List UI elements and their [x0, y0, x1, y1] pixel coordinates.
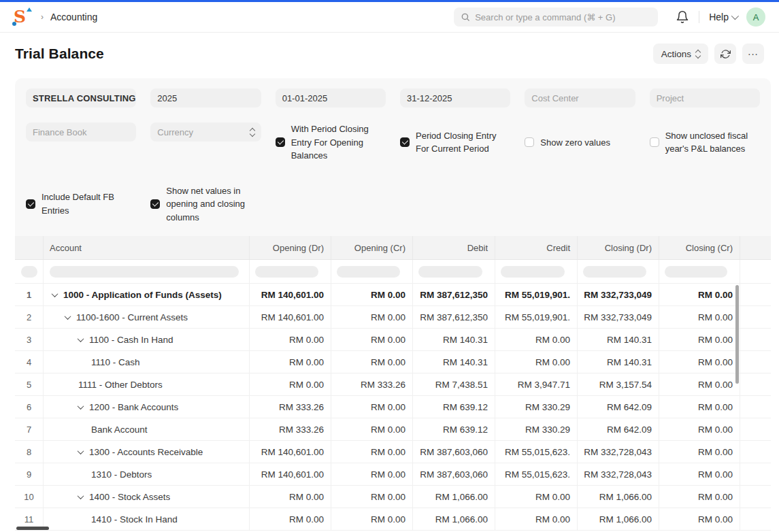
breadcrumb[interactable]: Accounting: [50, 12, 97, 22]
trial-balance-table: Account Opening (Dr) Opening (Cr) Debit …: [15, 236, 771, 531]
table-row[interactable]: 111410 - Stock In HandRM 0.00RM 0.00RM 1…: [15, 508, 771, 531]
table-header-row: Account Opening (Dr) Opening (Cr) Debit …: [15, 236, 771, 260]
header-closing-cr[interactable]: Closing (Cr): [659, 236, 740, 259]
column-filter-input[interactable]: [665, 266, 727, 278]
header-account[interactable]: Account: [44, 236, 250, 259]
table-row[interactable]: 41110 - CashRM 0.00RM 0.00RM 140.31RM 0.…: [15, 351, 771, 373]
checkbox[interactable]: [150, 199, 160, 209]
chevron-down-icon[interactable]: [78, 403, 84, 410]
chevron-down-icon[interactable]: [65, 313, 71, 320]
more-options-button[interactable]: ...: [742, 44, 764, 64]
app-logo[interactable]: S: [14, 7, 31, 27]
column-filter-input[interactable]: [583, 266, 646, 278]
row-number: 7: [15, 418, 44, 440]
amount-cell: RM 0.00: [659, 396, 740, 418]
logo-triangle: [27, 7, 32, 12]
checkbox[interactable]: [650, 137, 659, 147]
checkbox[interactable]: [400, 137, 410, 147]
account-cell[interactable]: 1111 - Other Debtors: [44, 373, 250, 395]
account-cell[interactable]: 1110 - Cash: [44, 351, 250, 373]
amount-cell: RM 1,066.00: [578, 486, 659, 508]
checkbox[interactable]: [525, 137, 534, 147]
chevron-down-icon[interactable]: [78, 448, 84, 454]
currency-filter[interactable]: Currency: [150, 122, 261, 142]
account-cell[interactable]: 1200 - Bank Accounts: [44, 396, 250, 418]
header-debit[interactable]: Debit: [413, 236, 495, 259]
header-opening-dr[interactable]: Opening (Dr): [250, 236, 331, 259]
vertical-scrollbar[interactable]: [735, 285, 739, 384]
table-row[interactable]: 11000 - Application of Funds (Assets)RM …: [15, 284, 771, 306]
account-cell[interactable]: 1310 - Debtors: [44, 463, 250, 485]
amount-cell: RM 0.00: [659, 463, 740, 485]
account-cell[interactable]: 1400 - Stock Assets: [44, 486, 250, 508]
logo-dot: [12, 22, 16, 26]
table-row[interactable]: 91310 - DebtorsRM 140,601.00RM 0.00RM 38…: [15, 463, 771, 486]
to-date-filter[interactable]: 31-12-2025: [400, 88, 510, 107]
table-row[interactable]: 81300 - Accounts ReceivableRM 140,601.00…: [15, 441, 771, 463]
column-filter-input[interactable]: [501, 266, 565, 278]
header-credit[interactable]: Credit: [495, 236, 578, 259]
trailing-cell: [740, 284, 771, 305]
checkbox[interactable]: [26, 199, 35, 209]
project-filter[interactable]: Project: [650, 88, 760, 107]
table-row[interactable]: 101400 - Stock AssetsRM 0.00RM 0.00RM 1,…: [15, 486, 771, 508]
account-cell[interactable]: 1100-1600 - Current Assets: [44, 306, 250, 328]
filter-checkbox-show-zero-values[interactable]: Show zero values: [525, 122, 635, 163]
filter-checkbox-include-default-fb[interactable]: Include Default FB Entries: [26, 184, 136, 225]
column-filter-input[interactable]: [50, 266, 239, 278]
finance-book-filter[interactable]: Finance Book: [26, 122, 136, 142]
column-filter-input[interactable]: [255, 266, 318, 278]
page-header: Trial Balance Actions ...: [0, 33, 779, 75]
table-row[interactable]: 51111 - Other DebtorsRM 0.00RM 333.26RM …: [15, 373, 771, 396]
filter-checkbox-period-closing-entry-current[interactable]: Period Closing Entry For Current Period: [400, 122, 510, 163]
amount-cell: RM 0.00: [331, 306, 413, 328]
cost-center-filter[interactable]: Cost Center: [525, 88, 635, 107]
account-cell[interactable]: 1410 - Stock In Hand: [44, 508, 250, 530]
horizontal-scrollbar[interactable]: [16, 527, 49, 530]
account-cell[interactable]: 1100 - Cash In Hand: [44, 329, 250, 350]
help-menu[interactable]: Help: [709, 12, 737, 22]
amount-cell: RM 7,438.51: [413, 373, 495, 395]
amount-cell: RM 330.29: [495, 396, 578, 418]
checkbox[interactable]: [276, 137, 285, 147]
select-chevrons-icon: [250, 129, 254, 136]
account-cell[interactable]: 1300 - Accounts Receivable: [44, 441, 250, 463]
chevron-down-icon[interactable]: [78, 493, 84, 499]
avatar[interactable]: A: [746, 7, 765, 27]
filter-checkbox-with-period-closing-entry[interactable]: With Period Closing Entry For Opening Ba…: [276, 122, 386, 163]
amount-cell: RM 140.31: [413, 329, 495, 350]
amount-cell: RM 1,066.00: [413, 486, 495, 508]
amount-cell: RM 0.00: [250, 508, 331, 530]
amount-cell: RM 0.00: [659, 306, 740, 328]
from-date-filter[interactable]: 01-01-2025: [276, 88, 386, 107]
amount-cell: RM 0.00: [331, 486, 413, 508]
company-filter[interactable]: STRELLA CONSULTING: [26, 88, 136, 107]
header-closing-dr[interactable]: Closing (Dr): [578, 236, 659, 259]
trailing-cell: [740, 508, 771, 530]
column-filter-input[interactable]: [21, 266, 37, 278]
amount-cell: RM 55,015,623.: [495, 441, 578, 463]
table-row[interactable]: 31100 - Cash In HandRM 0.00RM 0.00RM 140…: [15, 329, 771, 351]
header-opening-cr[interactable]: Opening (Cr): [331, 236, 413, 259]
table-row[interactable]: 61200 - Bank AccountsRM 333.26RM 0.00RM …: [15, 396, 771, 418]
amount-cell: RM 55,019,901.: [495, 306, 578, 328]
filter-checkbox-show-net-values[interactable]: Show net values in opening and closing c…: [150, 184, 261, 225]
actions-button[interactable]: Actions: [653, 44, 708, 64]
table-row[interactable]: 7Bank AccountRM 333.26RM 0.00RM 639.12RM…: [15, 418, 771, 441]
chevron-down-icon[interactable]: [52, 290, 59, 297]
trailing-cell: [740, 486, 771, 508]
notification-bell-icon[interactable]: [676, 10, 689, 24]
column-filter-input[interactable]: [418, 266, 482, 278]
filter-checkbox-show-unclosed-pl[interactable]: Show unclosed fiscal year's P&L balances: [650, 122, 760, 163]
fiscal-year-filter[interactable]: 2025: [150, 88, 261, 107]
chevron-down-icon[interactable]: [78, 335, 84, 342]
account-cell[interactable]: Bank Account: [44, 418, 250, 440]
amount-cell: RM 387,612,350: [413, 284, 495, 305]
search-input[interactable]: Search or type a command (⌘ + G): [454, 7, 658, 27]
column-filter-input[interactable]: [337, 266, 400, 278]
refresh-button[interactable]: [714, 44, 736, 64]
account-cell[interactable]: 1000 - Application of Funds (Assets): [44, 284, 250, 305]
table-row[interactable]: 21100-1600 - Current AssetsRM 140,601.00…: [15, 306, 771, 329]
amount-cell: RM 0.00: [331, 351, 413, 373]
amount-cell: RM 0.00: [495, 486, 578, 508]
